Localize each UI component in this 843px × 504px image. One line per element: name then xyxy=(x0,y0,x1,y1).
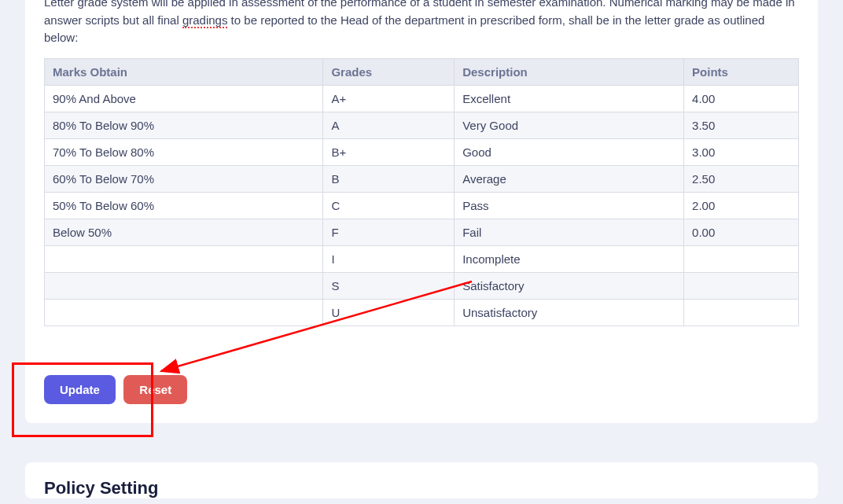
cell-points: 2.00 xyxy=(684,192,799,219)
policy-setting-card: Policy Setting xyxy=(25,462,818,498)
table-row: 90% And AboveA+Excellent4.00 xyxy=(45,85,799,112)
cell-marks: Below 50% xyxy=(45,219,323,245)
table-row: 80% To Below 90%AVery Good3.50 xyxy=(45,112,799,138)
cell-points: 4.00 xyxy=(684,85,799,112)
cell-marks: 70% To Below 80% xyxy=(45,138,323,165)
cell-points xyxy=(684,245,799,272)
cell-marks: 60% To Below 70% xyxy=(45,165,323,192)
intro-text: Letter grade system will be applied in a… xyxy=(44,0,799,58)
cell-points: 0.00 xyxy=(684,219,799,245)
cell-points xyxy=(684,299,799,326)
table-row: UUnsatisfactory xyxy=(45,299,799,326)
cell-desc: Satisfactory xyxy=(455,272,684,299)
update-button[interactable]: Update xyxy=(44,375,116,404)
cell-grade: U xyxy=(323,299,455,326)
cell-desc: Unsatisfactory xyxy=(455,299,684,326)
th-desc: Description xyxy=(455,58,684,85)
gradings-word: gradings xyxy=(182,13,228,28)
cell-points: 3.50 xyxy=(684,112,799,138)
cell-desc: Average xyxy=(455,165,684,192)
cell-points: 3.00 xyxy=(684,138,799,165)
cell-grade: I xyxy=(323,245,455,272)
cell-grade: A+ xyxy=(323,85,455,112)
cell-grade: C xyxy=(323,192,455,219)
table-row: 60% To Below 70%BAverage2.50 xyxy=(45,165,799,192)
table-row: Below 50%FFail0.00 xyxy=(45,219,799,245)
table-row: 70% To Below 80%B+Good3.00 xyxy=(45,138,799,165)
cell-desc: Good xyxy=(455,138,684,165)
table-row: SSatisfactory xyxy=(45,272,799,299)
table-row: 50% To Below 60%CPass2.00 xyxy=(45,192,799,219)
table-header-row: Marks Obtain Grades Description Points xyxy=(45,58,799,85)
cell-marks: 50% To Below 60% xyxy=(45,192,323,219)
grading-table: Marks Obtain Grades Description Points 9… xyxy=(44,58,799,326)
th-grades: Grades xyxy=(323,58,455,85)
table-row: IIncomplete xyxy=(45,245,799,272)
cell-desc: Very Good xyxy=(455,112,684,138)
cell-marks: 80% To Below 90% xyxy=(45,112,323,138)
cell-grade: S xyxy=(323,272,455,299)
cell-marks xyxy=(45,299,323,326)
policy-setting-title: Policy Setting xyxy=(44,478,799,498)
cell-grade: F xyxy=(323,219,455,245)
button-row: Update Reset xyxy=(44,375,799,404)
grading-card: Letter grade system will be applied in a… xyxy=(25,0,818,423)
cell-grade: A xyxy=(323,112,455,138)
cell-marks xyxy=(45,272,323,299)
cell-points: 2.50 xyxy=(684,165,799,192)
cell-points xyxy=(684,272,799,299)
cell-grade: B+ xyxy=(323,138,455,165)
reset-button[interactable]: Reset xyxy=(123,375,187,404)
cell-grade: B xyxy=(323,165,455,192)
cell-desc: Incomplete xyxy=(455,245,684,272)
th-marks: Marks Obtain xyxy=(45,58,323,85)
cell-marks xyxy=(45,245,323,272)
cell-desc: Excellent xyxy=(455,85,684,112)
cell-marks: 90% And Above xyxy=(45,85,323,112)
cell-desc: Fail xyxy=(455,219,684,245)
th-points: Points xyxy=(684,58,799,85)
cell-desc: Pass xyxy=(455,192,684,219)
